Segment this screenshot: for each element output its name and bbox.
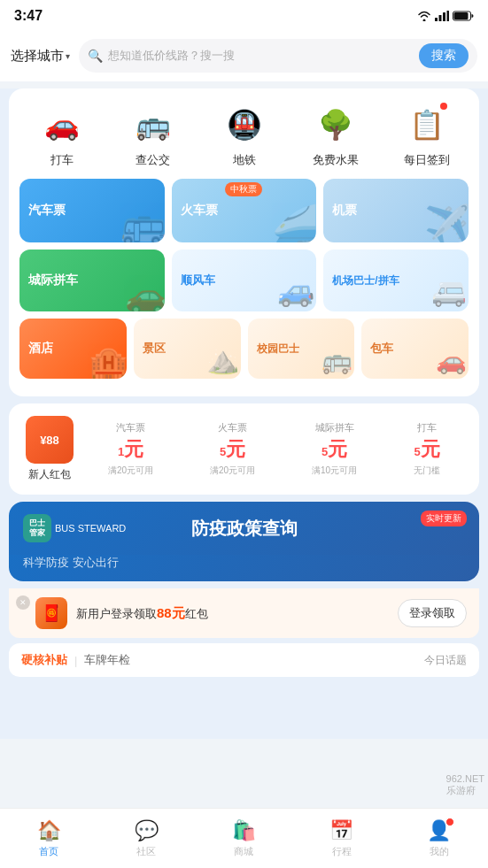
service-label-fruit: 免费水果 — [313, 152, 359, 168]
chevron-down-icon: ▾ — [66, 51, 70, 61]
city-label: 选择城市 — [11, 48, 64, 65]
notification-prefix: 新用户登录领取 — [76, 607, 157, 620]
shop-icon: 🛍️ — [232, 819, 256, 842]
hotel-card[interactable]: 酒店 🏨 — [19, 319, 127, 379]
wifi-icon — [417, 11, 431, 21]
service-item-fruit[interactable]: 🌳 免费水果 — [296, 103, 376, 168]
coupon-section: ¥88 新人红包 汽车票 1元 满20元可用 火车票 5元 满20元可用 城际拼… — [9, 403, 479, 495]
campus-bus-card[interactable]: 校园巴士 🚌 — [248, 319, 355, 379]
main-content: 🚗 打车 🚌 查公交 🚇 地铁 🌳 免费水果 📋 每日签到 — [0, 88, 488, 739]
charter-label: 包车 — [370, 341, 393, 357]
coupon-item-taxi: 打车 5元 无门槛 — [414, 421, 440, 477]
notification-suffix: 红包 — [185, 607, 208, 620]
notification-bar: ✕ 🧧 新用户登录领取88元红包 登录领取 — [9, 588, 479, 638]
banner-realtime-badge: 实时更新 — [421, 511, 467, 526]
status-time: 3:47 — [14, 8, 43, 24]
intercity-label: 城际拼车 — [28, 273, 78, 288]
nav-item-mine[interactable]: 👤 我的 — [404, 819, 475, 858]
watermark: 962.NET乐游府 — [446, 773, 484, 797]
signal-icon — [435, 11, 449, 21]
service-item-subway[interactable]: 🚇 地铁 — [205, 103, 284, 168]
battery-icon — [453, 11, 474, 21]
banner-logo-text: BUS STEWARD — [55, 522, 126, 534]
topics-right-label: 车牌年检 — [84, 652, 130, 668]
charter-card[interactable]: 包车 🚗 — [361, 319, 469, 379]
close-button[interactable]: ✕ — [16, 595, 30, 610]
svg-rect-0 — [435, 18, 438, 21]
coupon-amount-bus: 1元 — [118, 436, 143, 463]
coupon-left: ¥88 新人红包 — [19, 416, 80, 482]
nav-item-shop[interactable]: 🛍️ 商城 — [208, 819, 279, 858]
carpool-row: 城际拼车 🚗 顺风车 🚙 机场巴士/拼车 🚐 — [16, 250, 472, 311]
search-button[interactable]: 搜索 — [419, 43, 469, 68]
coupon-type-train: 火车票 — [218, 421, 247, 434]
train-bg-icon: 🚄 — [272, 203, 316, 242]
signin-icon: 📋 — [405, 103, 449, 147]
campus-bus-bg-icon: 🚌 — [321, 346, 352, 375]
svg-rect-5 — [454, 12, 469, 19]
airport-bg-icon: 🚐 — [431, 274, 467, 308]
bus-ticket-card[interactable]: 汽车票 🚌 — [19, 179, 165, 242]
search-icon: 🔍 — [88, 49, 103, 63]
train-ticket-label: 火车票 — [181, 203, 218, 219]
coupon-items: 汽车票 1元 满20元可用 火车票 5元 满20元可用 城际拼车 5元 满10元… — [80, 421, 469, 477]
train-ticket-card[interactable]: 火车票 中秋票 🚄 — [172, 179, 317, 242]
airport-label: 机场巴士/拼车 — [332, 273, 399, 288]
mine-icon: 👤 — [427, 819, 451, 842]
hotel-label: 酒店 — [28, 341, 53, 357]
nav-item-community[interactable]: 💬 社区 — [111, 819, 182, 858]
banner-sub-text: 科学防疫 安心出行 — [9, 555, 479, 581]
service-item-signin[interactable]: 📋 每日签到 — [387, 103, 467, 168]
scenic-card[interactable]: 景区 ⛰️ — [134, 319, 241, 379]
taxi-icon: 🚗 — [40, 103, 84, 147]
nav-label-community: 社区 — [136, 845, 156, 858]
banner-logo: 巴士管家 BUS STEWARD — [23, 514, 126, 542]
banner-section[interactable]: 巴士管家 BUS STEWARD 防疫政策查询 实时更新 科学防疫 安心出行 — [9, 502, 479, 581]
nav-item-home[interactable]: 🏠 首页 — [13, 819, 84, 858]
nav-label-shop: 商城 — [234, 845, 253, 858]
coupon-type-carpool: 城际拼车 — [315, 421, 354, 434]
airport-card[interactable]: 机场巴士/拼车 🚐 — [323, 250, 469, 311]
bottom-nav: 🏠 首页 💬 社区 🛍️ 商城 📅 行程 👤 我的 — [0, 808, 488, 868]
header: 选择城市 ▾ 🔍 想知道低价线路？搜一搜 搜索 — [0, 32, 488, 81]
coupon-condition-bus: 满20元可用 — [108, 465, 153, 477]
notification-amount: 88元 — [157, 605, 185, 620]
topics-label: 今日话题 — [424, 653, 467, 668]
plane-bg-icon: ✈️ — [424, 203, 469, 242]
coupon-type-bus: 汽车票 — [116, 421, 145, 434]
service-item-bus[interactable]: 🚌 查公交 — [113, 103, 193, 168]
community-icon: 💬 — [135, 819, 159, 842]
campus-bus-label: 校园巴士 — [257, 342, 299, 357]
intercity-card[interactable]: 城际拼车 🚗 — [19, 250, 165, 311]
coupon-item-carpool: 城际拼车 5元 满10元可用 — [312, 421, 357, 477]
nav-item-trip[interactable]: 📅 行程 — [306, 819, 377, 858]
search-bar[interactable]: 🔍 想知道低价线路？搜一搜 搜索 — [79, 39, 477, 73]
scenic-label: 景区 — [143, 341, 166, 357]
banner-main-text: 防疫政策查询 — [191, 517, 298, 541]
charter-bg-icon: 🚗 — [436, 346, 467, 375]
plane-ticket-card[interactable]: 机票 ✈️ — [323, 179, 469, 242]
topics-bar: 硬核补贴 | 车牌年检 今日话题 — [9, 643, 479, 677]
banner-top: 巴士管家 BUS STEWARD 防疫政策查询 实时更新 — [9, 502, 479, 555]
coupon-user-label: 新人红包 — [28, 467, 71, 482]
rideshare-label: 顺风车 — [181, 273, 215, 288]
service-label-bus: 查公交 — [136, 152, 170, 168]
nav-label-home: 首页 — [39, 845, 58, 858]
svg-rect-3 — [447, 11, 450, 21]
rideshare-card[interactable]: 顺风车 🚙 — [172, 250, 317, 311]
subway-icon: 🚇 — [222, 103, 267, 147]
bus-icon: 🚌 — [131, 103, 175, 147]
bus-bg-icon: 🚌 — [120, 203, 165, 242]
plane-ticket-label: 机票 — [332, 203, 357, 219]
coupon-type-taxi: 打车 — [417, 421, 437, 434]
search-placeholder: 想知道低价线路？搜一搜 — [108, 48, 414, 64]
intercity-bg-icon: 🚗 — [125, 276, 165, 311]
coupon-condition-taxi: 无门槛 — [414, 465, 440, 477]
city-selector[interactable]: 选择城市 ▾ — [11, 48, 70, 65]
coupon-bag: ¥88 — [26, 416, 74, 464]
login-button[interactable]: 登录领取 — [398, 599, 467, 627]
service-label-taxi: 打车 — [50, 152, 74, 168]
svg-rect-1 — [439, 15, 442, 21]
service-item-taxi[interactable]: 🚗 打车 — [22, 103, 102, 168]
scenic-bg-icon: ⛰️ — [206, 344, 239, 375]
